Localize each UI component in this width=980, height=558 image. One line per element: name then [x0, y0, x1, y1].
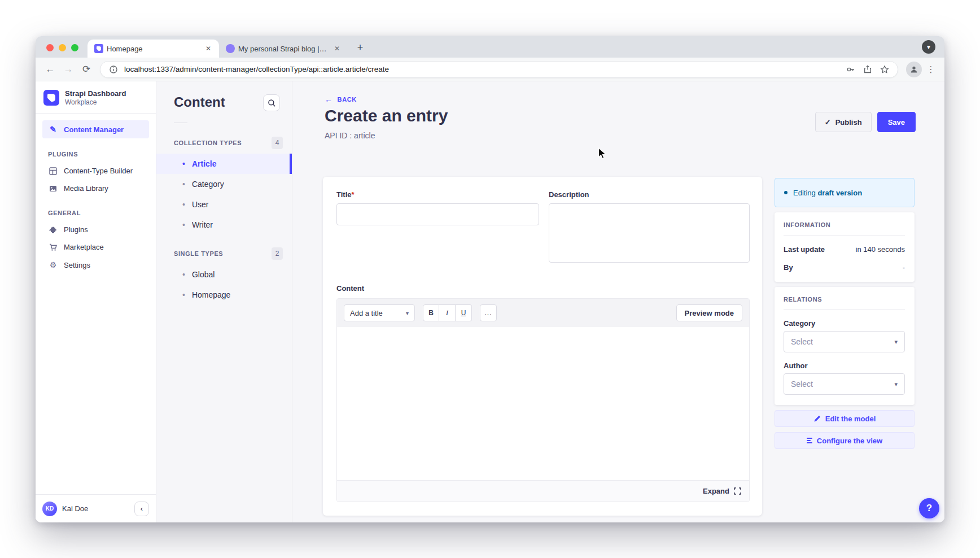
underline-button[interactable]: U: [456, 304, 472, 321]
site-info-icon[interactable]: [107, 63, 120, 76]
main-content: ← BACK Create an entry API ID : article …: [292, 81, 944, 522]
bold-button[interactable]: B: [423, 304, 439, 321]
cart-icon: [48, 243, 58, 251]
configure-the-view-button[interactable]: Configure the view: [775, 432, 915, 449]
close-tab-icon[interactable]: ✕: [332, 43, 342, 54]
sidebar-item-label: Content-Type Builder: [64, 167, 133, 175]
strapi-admin: Strapi Dashboard Workplace ✎ Content Man…: [36, 81, 944, 522]
more-options-button[interactable]: ...: [480, 304, 497, 321]
browser-tab-strip: Homepage ✕ My personal Strapi blog | Str…: [36, 36, 944, 58]
chevron-down-icon: ▾: [894, 338, 898, 346]
right-panel: Editing draft version INFORMATION Last u…: [775, 178, 915, 449]
url-text: localhost:1337/admin/content-manager/col…: [124, 65, 840, 73]
password-key-icon[interactable]: [845, 63, 857, 76]
sidebar-item-settings[interactable]: ⚙ Settings: [42, 256, 149, 274]
relations-card: RELATIONS Category Select ▾ Author Selec…: [775, 287, 915, 405]
category-select[interactable]: Select ▾: [784, 331, 905, 352]
single-types-count-badge: 2: [272, 247, 283, 260]
save-button[interactable]: Save: [877, 112, 916, 132]
sidebar-item-label: Plugins: [64, 225, 88, 234]
workspace-subtitle: Workplace: [65, 98, 126, 106]
sidebar-item-media-library[interactable]: Media Library: [42, 180, 149, 197]
pencil-icon: [813, 415, 821, 422]
bookmark-star-icon[interactable]: [878, 63, 891, 76]
page-title: Create an entry: [325, 106, 448, 125]
save-label: Save: [888, 118, 905, 127]
back-navigation-icon[interactable]: ←: [42, 62, 58, 77]
sidebar-item-content-type-builder[interactable]: Content-Type Builder: [42, 162, 149, 180]
group-label-collection-types: COLLECTION TYPES: [174, 140, 242, 146]
expand-label[interactable]: Expand: [703, 487, 729, 495]
reload-icon[interactable]: ⟳: [78, 62, 94, 77]
address-bar[interactable]: localhost:1337/admin/content-manager/col…: [100, 61, 898, 78]
description-textarea[interactable]: [549, 203, 750, 263]
preview-mode-button[interactable]: Preview mode: [676, 304, 742, 321]
browser-tab-homepage[interactable]: Homepage ✕: [88, 40, 219, 58]
tab-search-button[interactable]: ▼: [922, 40, 935, 54]
rich-text-editor: Add a title ▾ B I U ... Preview mode: [336, 298, 750, 502]
search-icon: [268, 99, 276, 107]
subnav-item-homepage[interactable]: Homepage: [156, 285, 292, 305]
editor-toolbar: Add a title ▾ B I U ... Preview mode: [337, 299, 749, 327]
subnav-item-writer[interactable]: Writer: [156, 215, 292, 235]
main-sidebar: Strapi Dashboard Workplace ✎ Content Man…: [36, 81, 156, 522]
content-field-label: Content: [336, 284, 750, 293]
subnav-item-label: User: [192, 200, 209, 209]
subnav-title: Content: [174, 94, 225, 110]
maximize-window-button[interactable]: [71, 44, 78, 51]
subnav-item-label: Global: [192, 270, 215, 279]
edit-the-model-button[interactable]: Edit the model: [775, 410, 915, 427]
relations-heading: RELATIONS: [784, 296, 905, 310]
avatar[interactable]: KD: [42, 502, 57, 516]
new-tab-button[interactable]: +: [352, 40, 368, 55]
share-icon[interactable]: [861, 63, 874, 76]
collection-types-count-badge: 4: [272, 137, 283, 149]
collapse-sidebar-button[interactable]: ‹: [134, 502, 149, 516]
close-tab-icon[interactable]: ✕: [203, 43, 213, 54]
strapi-favicon: [94, 44, 103, 53]
sidebar-item-label: Marketplace: [64, 243, 104, 251]
subnav-item-user[interactable]: User: [156, 194, 292, 215]
subnav-item-label: Article: [192, 159, 217, 168]
group-label-single-types: SINGLE TYPES: [174, 250, 223, 257]
author-relation-label: Author: [784, 361, 905, 370]
tab-title: Homepage: [107, 45, 200, 53]
italic-button[interactable]: I: [439, 304, 456, 321]
author-select-placeholder: Select: [791, 380, 813, 389]
subnav-item-global[interactable]: Global: [156, 264, 292, 285]
workspace-brand[interactable]: Strapi Dashboard Workplace: [36, 81, 156, 113]
help-button[interactable]: ?: [919, 498, 939, 518]
active-indicator: [290, 154, 292, 174]
draft-dot-icon: [784, 191, 788, 194]
minimize-window-button[interactable]: [59, 44, 66, 51]
sidebar-item-marketplace[interactable]: Marketplace: [42, 238, 149, 256]
subnav-item-label: Writer: [192, 220, 213, 229]
required-asterisk: *: [352, 190, 355, 199]
sidebar-item-label: Content Manager: [64, 125, 124, 134]
publish-button[interactable]: ✓ Publish: [815, 112, 872, 132]
subnav-item-category[interactable]: Category: [156, 174, 292, 194]
sidebar-item-plugins[interactable]: Plugins: [42, 221, 149, 238]
search-button[interactable]: [263, 94, 280, 111]
back-arrow-icon: ←: [325, 95, 333, 104]
sidebar-item-content-manager[interactable]: ✎ Content Manager: [42, 120, 149, 138]
subnav-item-label: Homepage: [192, 290, 231, 299]
heading-select[interactable]: Add a title ▾: [344, 304, 415, 321]
description-field-label: Description: [549, 190, 750, 199]
browser-profile-avatar[interactable]: [906, 62, 922, 77]
browser-menu-icon[interactable]: ⋮: [924, 64, 938, 75]
tab-title: My personal Strapi blog | Strap: [238, 45, 329, 53]
info-row-last-update: Last update in 140 seconds: [784, 245, 905, 254]
expand-icon[interactable]: [734, 487, 741, 495]
back-link[interactable]: ← BACK: [325, 95, 357, 104]
editor-content-area[interactable]: [337, 327, 749, 480]
title-input[interactable]: [336, 203, 539, 225]
forward-navigation-icon[interactable]: →: [60, 62, 76, 77]
browser-tab-blog[interactable]: My personal Strapi blog | Strap ✕: [219, 40, 348, 58]
user-row: KD Kai Doe ‹: [36, 494, 156, 522]
sidebar-item-label: Settings: [64, 261, 90, 269]
author-select[interactable]: Select ▾: [784, 373, 905, 395]
action-label: Edit the model: [825, 415, 876, 423]
close-window-button[interactable]: [46, 44, 54, 51]
subnav-item-article[interactable]: Article: [156, 154, 292, 174]
